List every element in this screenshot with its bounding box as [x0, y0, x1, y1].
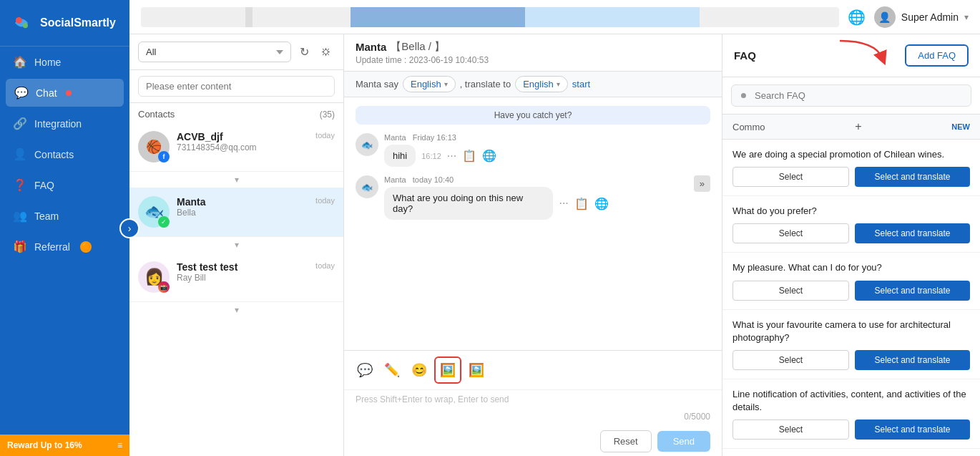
- faq-search-input[interactable]: [731, 84, 971, 107]
- faq-question-1: What do you prefer?: [732, 205, 970, 218]
- image-highlighted-button[interactable]: 🖼️: [434, 356, 461, 384]
- faq-translate-button-0[interactable]: Select and translate: [855, 167, 970, 187]
- chat-icon: 💬: [14, 86, 29, 100]
- send-button[interactable]: Send: [657, 431, 710, 452]
- sidebar-item-team[interactable]: 👥 Team: [0, 200, 129, 231]
- faq-actions-3: Select Select and translate: [732, 350, 970, 370]
- sidebar-item-contacts[interactable]: 👤 Contacts: [0, 139, 129, 170]
- language-globe-icon[interactable]: 🌐: [848, 9, 866, 26]
- faq-translate-button-2[interactable]: Select and translate: [855, 281, 970, 301]
- faq-translate-button-1[interactable]: Select and translate: [855, 223, 970, 243]
- sidebar-label-contacts: Contacts: [34, 149, 74, 160]
- faq-select-button-2[interactable]: Select: [732, 281, 849, 301]
- faq-item-4: Line notification of activities, content…: [722, 379, 980, 449]
- msg-translate-icon[interactable]: 🌐: [482, 149, 496, 162]
- expand-contact-1[interactable]: ▾: [129, 172, 343, 188]
- refresh-button[interactable]: ↻: [297, 42, 312, 62]
- user-chevron-icon: ▾: [964, 12, 969, 22]
- user-info[interactable]: 👤 Super Admin ▾: [874, 6, 969, 28]
- nav-blurred-bar: [141, 7, 839, 27]
- main-content: All Unread Resolved ↻ ⛭ Contacts (35): [129, 34, 980, 456]
- contact-item-acvb-djf[interactable]: 🏀 f ACVB_djf 731148354@qq.com today: [129, 122, 343, 172]
- speech-bubble-button[interactable]: 💬: [353, 358, 377, 382]
- edit-button[interactable]: ✏️: [380, 358, 404, 382]
- sidebar-item-referral[interactable]: 🎁 Referral 🟠: [0, 231, 129, 262]
- sidebar-collapse-button[interactable]: ›: [119, 218, 139, 238]
- reward-menu-icon: ≡: [117, 440, 122, 450]
- search-input[interactable]: [138, 76, 335, 97]
- sidebar-item-integration[interactable]: 🔗 Integration: [0, 108, 129, 139]
- top-header: 🌐 👤 Super Admin ▾: [129, 0, 980, 34]
- search-bar: [129, 70, 343, 103]
- message-row-1: 🐟 Manta Friday 16:13 hihi 16:12 ··· 📋: [356, 133, 710, 167]
- emoji-button[interactable]: 😊: [407, 358, 431, 382]
- faq-select-button-1[interactable]: Select: [732, 223, 849, 243]
- faq-actions-0: Select Select and translate: [732, 167, 970, 187]
- app-name: SocialSmartly: [40, 16, 116, 29]
- faq-select-button-4[interactable]: Select: [732, 419, 849, 440]
- msg-globe-icon-2[interactable]: 🌐: [594, 197, 609, 210]
- faq-translate-button-4[interactable]: Select and translate: [855, 419, 970, 440]
- faq-actions-4: Select Select and translate: [732, 419, 970, 440]
- contact-avatar-wrap-test: 👩 📸: [138, 261, 170, 293]
- add-section-icon[interactable]: +: [855, 120, 861, 133]
- msg-bubble-2: What are you doing on this new day?: [384, 187, 553, 220]
- sidebar-item-faq[interactable]: ❓ FAQ: [0, 170, 129, 200]
- from-lang-label: English: [411, 79, 441, 89]
- referral-icon: 🎁: [13, 240, 27, 253]
- filter-select[interactable]: All Unread Resolved: [138, 42, 291, 62]
- contacts-icon: 👤: [13, 147, 27, 161]
- sidebar-label-team: Team: [34, 210, 59, 222]
- to-lang-chevron: ▾: [557, 80, 560, 88]
- msg-more-icon[interactable]: ···: [447, 150, 456, 162]
- reset-button[interactable]: Reset: [600, 430, 652, 452]
- faq-translate-button-3[interactable]: Select and translate: [855, 350, 970, 370]
- faq-header: FAQ Add FAQ: [722, 34, 980, 77]
- faq-select-button-0[interactable]: Select: [732, 167, 849, 187]
- integration-icon: 🔗: [13, 117, 27, 130]
- image-button-2[interactable]: 🖼️: [464, 358, 489, 382]
- reward-label: Reward Up to 16%: [7, 440, 82, 450]
- translate-say-label: Manta say: [356, 79, 398, 89]
- expand-contact-3[interactable]: ▾: [129, 302, 343, 318]
- message-row-2: 🐟 Manta today 10:40 What are you doing o…: [356, 175, 710, 220]
- faq-select-button-3[interactable]: Select: [732, 350, 849, 370]
- msg-copy-icon[interactable]: 📋: [462, 149, 476, 162]
- from-language-select[interactable]: English ▾: [403, 76, 456, 92]
- msg-more-icon-2[interactable]: ···: [559, 197, 568, 210]
- chat-update-time: Update time : 2023-06-19 10:40:53: [356, 55, 710, 65]
- sidebar-label-home: Home: [34, 57, 61, 68]
- home-icon: 🏠: [13, 55, 27, 69]
- faq-item-0: We are doing a special promotion of Chil…: [722, 140, 980, 196]
- contacts-count: (35): [320, 110, 335, 120]
- msg-content-2: Manta today 10:40 What are you doing on …: [384, 175, 609, 220]
- faq-question-3: What is your favourite camera to use for…: [732, 319, 970, 344]
- contacts-panel: All Unread Resolved ↻ ⛭ Contacts (35): [129, 34, 344, 456]
- send-actions: Reset Send: [344, 425, 722, 456]
- faq-section-label: Commo: [732, 122, 765, 132]
- truncated-message: Have you catch yet?: [356, 106, 710, 125]
- translate-start-button[interactable]: start: [572, 79, 590, 89]
- faq-new-badge: NEW: [951, 122, 970, 131]
- add-faq-button[interactable]: Add FAQ: [905, 44, 969, 67]
- sidebar-item-chat[interactable]: 💬 Chat: [6, 79, 124, 107]
- contact-info-manta: Manta Bella: [177, 196, 308, 218]
- user-avatar: 👤: [874, 6, 896, 28]
- msg-copy-icon-2[interactable]: 📋: [574, 197, 589, 210]
- annotation-arrow: [833, 37, 890, 73]
- expand-messages-btn[interactable]: »: [694, 175, 710, 192]
- user-name: Super Admin: [901, 11, 959, 23]
- filter-button[interactable]: ⛭: [318, 43, 335, 62]
- to-lang-label: English: [523, 79, 554, 89]
- input-area: 💬 ✏️ 😊 🖼️ 🖼️ Press Shift+Enter to wrap, …: [344, 350, 722, 456]
- to-language-select[interactable]: English ▾: [515, 76, 568, 92]
- contact-time-manta: today: [315, 196, 335, 205]
- char-count: 0/5000: [344, 409, 722, 425]
- sidebar-item-home[interactable]: 🏠 Home: [0, 47, 129, 77]
- contact-item-test[interactable]: 👩 📸 Test test test Ray Bill today: [129, 253, 343, 302]
- contact-avatar-wrap: 🏀 f: [138, 131, 170, 162]
- contact-item-manta[interactable]: 🐟 ✓ Manta Bella today: [129, 188, 343, 237]
- expand-contact-2[interactable]: ▾: [129, 237, 343, 253]
- faq-actions-2: Select Select and translate: [732, 281, 970, 301]
- reward-bar[interactable]: Reward Up to 16% ≡: [0, 435, 129, 456]
